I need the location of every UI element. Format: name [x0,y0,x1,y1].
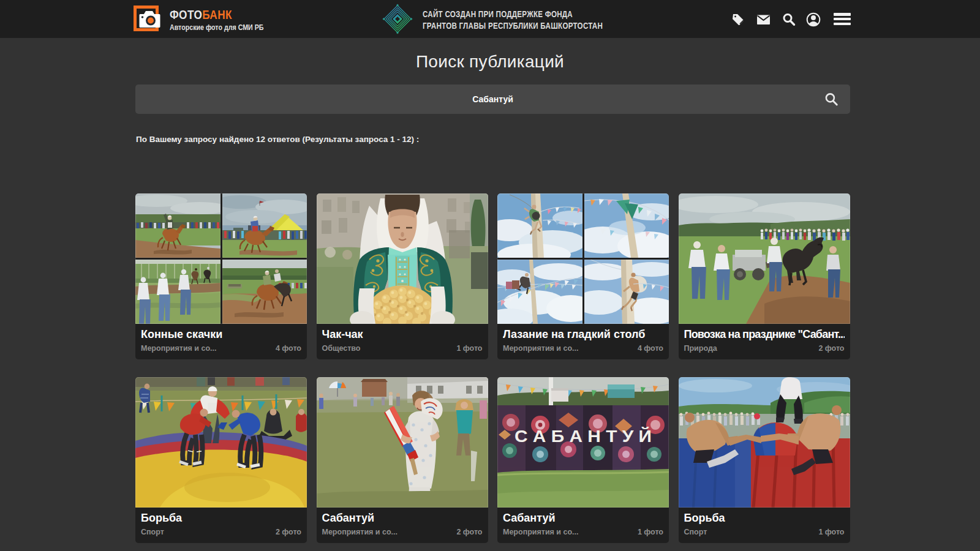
svg-text:С А Б А Н Т У Й: С А Б А Н Т У Й [514,427,652,446]
